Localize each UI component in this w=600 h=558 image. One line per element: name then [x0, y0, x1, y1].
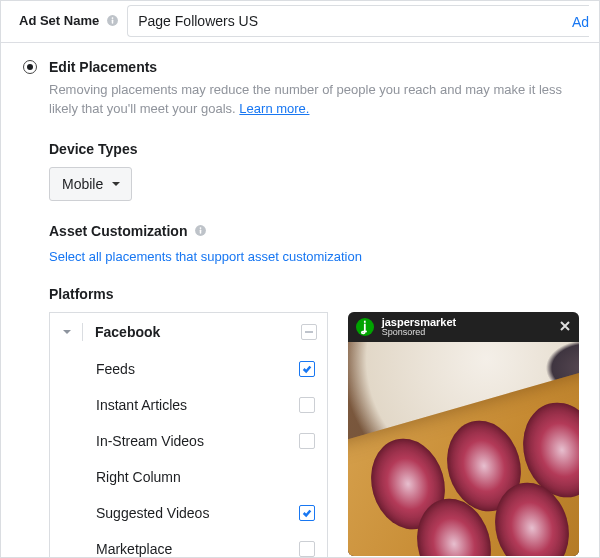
ad-preview-bar: ʝ jaspersmarket Sponsored	[348, 312, 579, 342]
platform-item-label: Marketplace	[96, 541, 299, 557]
preview-sponsored: Sponsored	[382, 328, 551, 337]
checkbox[interactable]	[299, 541, 315, 557]
radio-icon	[23, 60, 37, 74]
divider	[82, 323, 83, 341]
close-icon[interactable]	[559, 318, 571, 336]
ad-set-name-label: Ad Set Name	[19, 13, 99, 28]
checkbox[interactable]	[299, 433, 315, 449]
info-icon[interactable]	[105, 14, 119, 28]
platform-item[interactable]: In-Stream Videos	[50, 423, 327, 459]
learn-more-link[interactable]: Learn more.	[239, 101, 309, 116]
edit-placements-description: Removing placements may reduce the numbe…	[49, 81, 579, 119]
brand-logo-icon: ʝ	[356, 318, 374, 336]
checkbox-mixed[interactable]	[301, 324, 317, 340]
checkbox[interactable]	[299, 397, 315, 413]
edit-placements-option[interactable]: Edit Placements	[23, 59, 579, 75]
platform-item[interactable]: Feeds	[50, 351, 327, 387]
checkbox[interactable]	[299, 505, 315, 521]
svg-rect-5	[200, 230, 202, 234]
ad-set-name-input[interactable]	[127, 5, 564, 37]
info-icon[interactable]	[193, 224, 207, 238]
platform-item-label: Suggested Videos	[96, 505, 299, 521]
device-types-dropdown[interactable]: Mobile	[49, 167, 132, 201]
device-types-label: Device Types	[49, 141, 579, 157]
device-types-value: Mobile	[62, 176, 103, 192]
platform-item-label: Instant Articles	[96, 397, 299, 413]
platform-item-label: Feeds	[96, 361, 299, 377]
platform-item[interactable]: Instant Articles	[50, 387, 327, 423]
edit-placements-title: Edit Placements	[49, 59, 157, 75]
ad-image	[348, 342, 579, 556]
caret-down-icon	[111, 176, 121, 192]
platform-group-row[interactable]: Facebook	[50, 313, 327, 351]
select-all-asset-link[interactable]: Select all placements that support asset…	[49, 249, 579, 264]
asset-customization-label: Asset Customization	[49, 223, 579, 239]
platform-item[interactable]: Suggested Videos	[50, 495, 327, 531]
platforms-label: Platforms	[49, 286, 579, 302]
svg-point-4	[200, 227, 202, 229]
platform-group-name: Facebook	[95, 324, 301, 340]
right-action-cropped[interactable]: Ad	[564, 5, 589, 37]
checkbox[interactable]	[299, 361, 315, 377]
platform-item-label: Right Column	[96, 469, 315, 485]
svg-point-1	[111, 17, 113, 19]
ad-set-name-bar: Ad Set Name Ad	[1, 1, 599, 43]
platform-item[interactable]: Right Column	[50, 459, 327, 495]
platform-item-label: In-Stream Videos	[96, 433, 299, 449]
svg-rect-2	[111, 20, 113, 24]
platform-panel: Facebook FeedsInstant ArticlesIn-Stream …	[49, 312, 328, 558]
chevron-down-icon	[62, 327, 74, 337]
ad-preview: ʝ jaspersmarket Sponsored	[348, 312, 579, 556]
platform-item[interactable]: Marketplace	[50, 531, 327, 558]
